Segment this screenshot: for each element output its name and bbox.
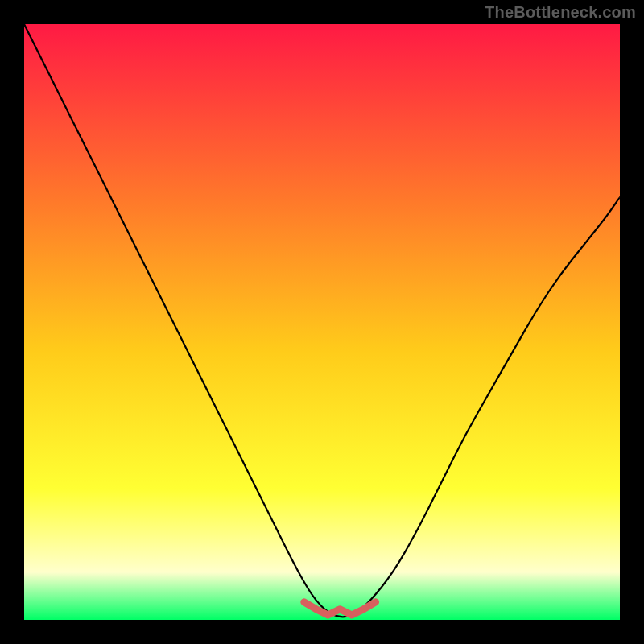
chart-frame: TheBottleneck.com: [0, 0, 644, 644]
bottleneck-chart: [24, 24, 620, 620]
plot-area: [24, 24, 620, 620]
watermark-text: TheBottleneck.com: [485, 3, 636, 22]
